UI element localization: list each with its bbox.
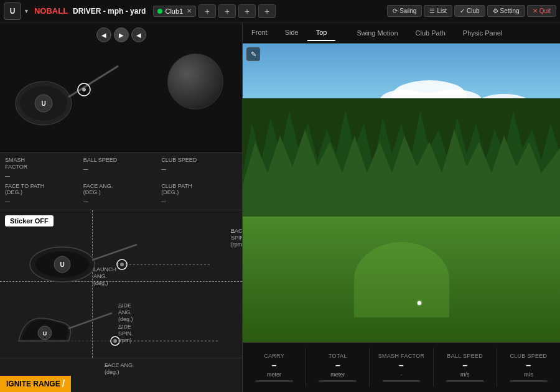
total-label: TOTAL (329, 353, 347, 359)
club-speed-bottom-label: CLUB SPEED (510, 353, 547, 359)
add-slot3-button[interactable]: + (238, 4, 256, 18)
face-ang-label: FACE ANG.(deg.) (83, 183, 159, 197)
golf-view: ✎ (243, 44, 560, 342)
tab-top[interactable]: Top (307, 25, 336, 41)
chevron-down-icon[interactable]: ▼ (24, 8, 29, 14)
side-ang-group: SIDE ANG. (deg.) – (118, 302, 122, 310)
edit-icon[interactable]: ✎ (246, 47, 260, 61)
play-button[interactable]: ▶ (114, 27, 129, 42)
tab-swing-motion[interactable]: Swing Motion (348, 26, 406, 40)
stats-grid: SMASHFACTOR – BALL SPEED – CLUB SPEED – … (0, 153, 242, 210)
face-ang-bottom-group: FACE ANG. (deg.) – (105, 362, 108, 370)
club-speed-bottom-stat: CLUB SPEED – m/s (497, 348, 560, 387)
bottom-left-section: IGNITE RANGE / FACE ANG. (deg.) – (0, 358, 242, 392)
right-panel: Front Side Top Swing Motion Club Path Ph… (243, 22, 560, 392)
treeline-svg (243, 98, 560, 223)
club-dot (157, 9, 162, 14)
carry-value: – (272, 360, 277, 370)
top-traj-svg: U (0, 226, 242, 288)
quit-button[interactable]: ✕ Quit (527, 5, 556, 17)
carry-stat: CARRY – meter (243, 348, 306, 387)
main-content: ◀ ▶ ◀ U SMASHFACTOR (0, 22, 560, 392)
launch-ang-group: LAUNCH ANG. (deg.) – (93, 266, 97, 274)
total-bar (319, 380, 357, 382)
club-path-stat: CLUB PATH(deg.) – (161, 183, 237, 207)
club-speed-label: CLUB SPEED (161, 157, 237, 164)
ball-speed-stat: BALL SPEED – (83, 157, 159, 180)
fairway (243, 217, 560, 342)
side-ang-label: SIDE ANG. (deg.) (118, 302, 133, 322)
back-spin-label: BACK SPIN. (rpm) (231, 228, 242, 248)
view-tabs: Front Side Top Swing Motion Club Path Ph… (243, 22, 560, 44)
club-button[interactable]: ✓ Club (454, 5, 485, 17)
tab-club-path[interactable]: Club Path (407, 26, 454, 40)
tab-physic-panel[interactable]: Physic Panel (454, 26, 511, 40)
total-stat: TOTAL – meter (306, 348, 370, 387)
driver-label: DRIVER - mph - yard (73, 7, 146, 16)
quit-label: Quit (539, 7, 551, 14)
next-frame-button[interactable]: ◀ (131, 27, 146, 42)
quit-x-icon: ✕ (533, 7, 538, 14)
club-icon: ✓ (460, 7, 465, 14)
logo-area: U ▼ (4, 2, 29, 20)
tab-side[interactable]: Side (276, 25, 307, 41)
club-speed-stat: CLUB SPEED – (161, 157, 237, 180)
ball-on-fairway (418, 301, 421, 305)
add-slot4-button[interactable]: + (258, 4, 276, 18)
smash-factor-label: SMASHFACTOR (5, 157, 81, 170)
club-path-value: – (161, 196, 237, 206)
back-spin-group: BACK SPIN. (rpm) – (231, 228, 235, 235)
club1-label: Club1 (165, 7, 183, 15)
ball-speed-bottom-unit: m/s (460, 371, 470, 378)
sticker-button[interactable]: Sticker OFF (5, 215, 54, 226)
ignite-badge: IGNITE RANGE / (0, 376, 71, 392)
smash-factor-bottom-unit: · (401, 371, 403, 378)
tab-front[interactable]: Front (243, 25, 276, 41)
playback-controls: ◀ ▶ ◀ (96, 27, 146, 42)
svg-text:U: U (41, 100, 45, 107)
top-right-buttons: ⟳ Swing ☰ List ✓ Club ⚙ Setting ✕ Quit (387, 5, 556, 17)
close-icon[interactable]: ✕ (187, 7, 192, 14)
ball-speed-bottom-value: – (462, 360, 467, 370)
list-button[interactable]: ☰ List (424, 5, 452, 17)
ball-speed-label: BALL SPEED (83, 157, 159, 164)
gear-icon: ⚙ (493, 7, 498, 14)
left-panel: ◀ ▶ ◀ U SMASHFACTOR (0, 22, 243, 392)
svg-line-2 (68, 66, 118, 97)
side-spin-group: SIDE SPIN. (rpm) – (118, 324, 122, 331)
fairway-center (354, 242, 449, 317)
club-speed-value: – (161, 164, 237, 174)
smash-factor-bottom-value: – (399, 360, 404, 370)
smash-factor-value: – (5, 170, 81, 180)
svg-text:U: U (43, 330, 47, 337)
carry-label: CARRY (264, 353, 284, 359)
face-to-path-value: – (5, 196, 81, 206)
club-speed-bar (510, 380, 548, 382)
face-ang-bottom-label: FACE ANG. (deg.) (105, 362, 134, 376)
svg-point-4 (82, 88, 86, 91)
ball-speed-value: – (83, 164, 159, 174)
smash-bar (383, 380, 421, 382)
ball-speed-bottom-label: BALL SPEED (447, 353, 483, 359)
swing-button[interactable]: ⟳ Swing (387, 5, 422, 17)
ball-display (167, 54, 223, 110)
add-club-button[interactable]: + (198, 4, 216, 18)
svg-line-9 (92, 245, 137, 260)
list-icon: ☰ (429, 7, 435, 14)
setting-button[interactable]: ⚙ Setting (487, 5, 525, 17)
bottom-stats-bar: CARRY – meter TOTAL – meter SMASH FACTOR… (243, 342, 560, 392)
side-spin-label: SIDE SPIN. (rpm) (118, 324, 133, 343)
svg-text:U: U (60, 261, 64, 268)
club1-tab[interactable]: Club1 ✕ (153, 6, 196, 17)
swing-label: Swing (399, 7, 416, 14)
ignite-slash: / (62, 378, 65, 390)
prev-button[interactable]: ◀ (96, 27, 111, 42)
total-unit: meter (330, 371, 345, 378)
club-btn-label: Club (467, 7, 480, 14)
ball-speed-bar (446, 380, 484, 382)
top-bar: U ▼ NOBALL DRIVER - mph - yard Club1 ✕ +… (0, 0, 560, 22)
setting-label: Setting (500, 7, 520, 14)
add-slot2-button[interactable]: + (218, 4, 236, 18)
carry-bar (255, 380, 293, 382)
trajectory-area: Sticker OFF U (0, 210, 242, 358)
